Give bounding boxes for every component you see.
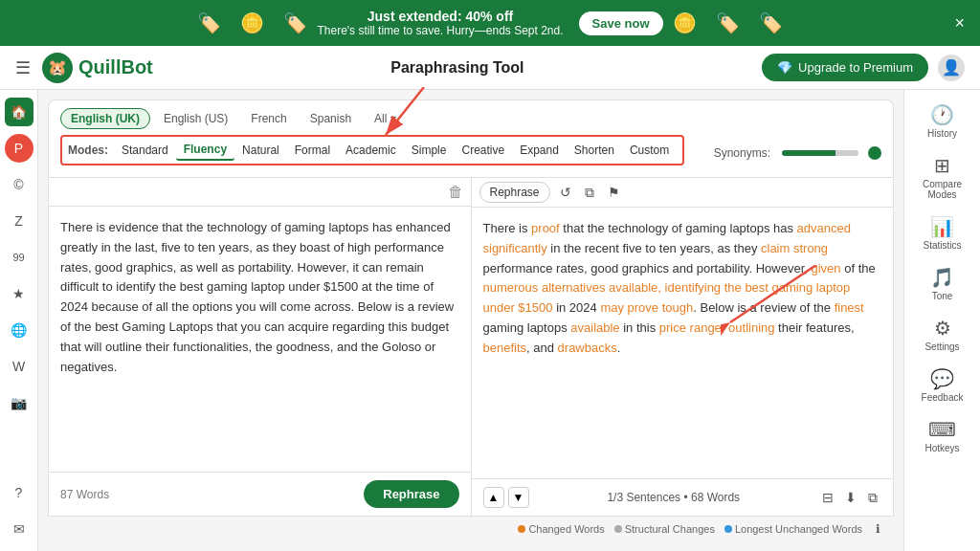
compare-modes-label: Compare Modes bbox=[912, 179, 973, 200]
legend-structural-label: Structural Changes bbox=[625, 523, 715, 535]
right-tool-feedback[interactable]: 💬 Feedback bbox=[908, 362, 977, 408]
menu-icon[interactable]: ☰ bbox=[15, 57, 31, 78]
mode-fluency[interactable]: Fluency bbox=[176, 140, 234, 161]
banner-tag-right2: 🏷️ bbox=[759, 11, 783, 34]
sidebar-help[interactable]: ? bbox=[5, 478, 33, 507]
synonyms-slider[interactable] bbox=[782, 150, 858, 156]
undo-icon[interactable]: ↺ bbox=[556, 183, 575, 202]
rephrase-button[interactable]: Rephrase bbox=[364, 480, 458, 508]
page-title: Paraphrasing Tool bbox=[153, 59, 762, 77]
output-text-n12: . bbox=[617, 341, 621, 355]
output-price: price range, outlining bbox=[659, 320, 775, 335]
logo-text: QuillBot bbox=[78, 56, 153, 78]
banner-icon-left: 🏷️ bbox=[197, 11, 221, 34]
user-avatar[interactable]: 👤 bbox=[938, 55, 965, 81]
legend-unchanged-label: Longest Unchanged Words bbox=[735, 523, 862, 535]
legend-structural: Structural Changes bbox=[614, 523, 715, 535]
legend-info-button[interactable]: ℹ bbox=[872, 520, 884, 538]
sidebar-camera[interactable]: 📷 bbox=[5, 388, 33, 417]
synonyms-section: Synonyms: bbox=[714, 146, 881, 160]
right-tool-compare[interactable]: ⊞ Compare Modes bbox=[908, 148, 977, 206]
tone-icon: 🎵 bbox=[930, 266, 954, 289]
output-text-n9: in this bbox=[620, 320, 659, 335]
history-icon: 🕐 bbox=[930, 103, 954, 126]
lang-tab-spanish[interactable]: Spanish bbox=[301, 109, 361, 128]
mode-shorten[interactable]: Shorten bbox=[567, 141, 622, 160]
left-sidebar: 🏠 P © Z 99 ★ 🌐 W 📷 ? ✉ bbox=[0, 90, 38, 551]
mode-custom[interactable]: Custom bbox=[622, 141, 677, 160]
app-logo[interactable]: 🐹 QuillBot bbox=[42, 53, 153, 83]
right-tool-history[interactable]: 🕐 History bbox=[908, 98, 977, 144]
sidebar-99[interactable]: 99 bbox=[5, 243, 33, 272]
nav-prev-button[interactable]: ▲ bbox=[483, 487, 504, 508]
synonyms-slider-container[interactable] bbox=[776, 146, 881, 160]
statistics-label: Statistics bbox=[923, 240, 961, 251]
compare-icon[interactable]: ⊟ bbox=[818, 488, 837, 508]
right-tool-hotkeys[interactable]: ⌨ Hotkeys bbox=[908, 412, 977, 459]
download-icon[interactable]: ⬇ bbox=[841, 488, 860, 508]
mode-formal[interactable]: Formal bbox=[287, 141, 338, 160]
sidebar-grammar[interactable]: © bbox=[5, 170, 33, 199]
banner-coin-left: 🪙 bbox=[240, 11, 264, 34]
sidebar-word[interactable]: W bbox=[5, 352, 33, 381]
logo-icon: 🐹 bbox=[42, 53, 73, 83]
hotkeys-icon: ⌨ bbox=[928, 418, 956, 441]
legend-changed: Changed Words bbox=[518, 523, 604, 535]
output-proof: proof bbox=[531, 221, 560, 235]
lang-tab-uk[interactable]: English (UK) bbox=[60, 108, 150, 129]
input-text[interactable]: There is evidence that the technology of… bbox=[49, 207, 471, 472]
output-text-n3: in the recent five to ten years, as they bbox=[547, 241, 761, 255]
output-benefits: benefits bbox=[483, 341, 527, 355]
svg-line-1 bbox=[386, 87, 424, 135]
output-text-n2: that the technology of gaming laptops ha… bbox=[560, 221, 797, 235]
main-container: 🏠 P © Z 99 ★ 🌐 W 📷 ? ✉ English (UK) Engl… bbox=[0, 90, 980, 551]
output-rephrase-button[interactable]: Rephrase bbox=[479, 182, 550, 203]
legend-unchanged-dot bbox=[724, 525, 732, 533]
right-tool-tone[interactable]: 🎵 Tone bbox=[908, 260, 977, 307]
flag-icon[interactable]: ⚑ bbox=[604, 183, 624, 202]
editor-panels: 🗑 There is evidence that the technology … bbox=[48, 177, 894, 517]
output-available: available bbox=[570, 320, 619, 335]
modes-label: Modes: bbox=[68, 143, 108, 157]
input-panel: 🗑 There is evidence that the technology … bbox=[48, 177, 471, 517]
output-text-n6: in 2024 bbox=[553, 300, 601, 315]
mode-standard[interactable]: Standard bbox=[114, 141, 176, 160]
banner-text: Just extended: 40% off There's still tim… bbox=[317, 9, 563, 37]
mode-expand[interactable]: Expand bbox=[512, 141, 567, 160]
save-now-button[interactable]: Save now bbox=[579, 11, 663, 35]
output-text-normal: There is bbox=[483, 221, 532, 235]
lang-tab-french[interactable]: French bbox=[241, 109, 296, 128]
output-footer: ▲ ▼ 1/3 Sentences • 68 Words ⊟ ⬇ ⧉ bbox=[472, 478, 894, 516]
output-text-n5: of the bbox=[841, 261, 876, 276]
copy-icon[interactable]: ⧉ bbox=[581, 183, 598, 203]
trash-icon[interactable]: 🗑 bbox=[448, 184, 463, 201]
nav-next-button[interactable]: ▼ bbox=[508, 487, 529, 508]
mode-natural[interactable]: Natural bbox=[234, 141, 287, 160]
nav-info: 1/3 Sentences • 68 Words bbox=[607, 491, 740, 504]
app-header: ☰ 🐹 QuillBot Paraphrasing Tool 💎 Upgrade… bbox=[0, 46, 980, 90]
output-drawbacks: drawbacks bbox=[558, 341, 617, 355]
input-toolbar: 🗑 bbox=[49, 178, 471, 207]
sidebar-mail[interactable]: ✉ bbox=[5, 515, 33, 543]
diamond-icon: 💎 bbox=[777, 60, 792, 75]
arrow-annotation bbox=[367, 87, 443, 144]
sidebar-chrome[interactable]: 🌐 bbox=[5, 316, 33, 344]
banner-promo-main: Just extended: 40% off bbox=[317, 9, 563, 24]
promo-banner: 🏷️ 🪙 🏷️ Just extended: 40% off There's s… bbox=[0, 0, 980, 46]
sidebar-star[interactable]: ★ bbox=[5, 279, 33, 308]
right-tool-statistics[interactable]: 📊 Statistics bbox=[908, 209, 977, 256]
sidebar-paraphrase[interactable]: P bbox=[5, 134, 33, 163]
mode-creative[interactable]: Creative bbox=[454, 141, 512, 160]
copy-output-icon[interactable]: ⧉ bbox=[864, 488, 881, 508]
lang-tab-us[interactable]: English (US) bbox=[154, 109, 237, 128]
output-text-n8: gaming laptops bbox=[483, 320, 571, 335]
right-tool-settings[interactable]: ⚙ Settings bbox=[908, 311, 977, 358]
sidebar-z[interactable]: Z bbox=[5, 207, 33, 235]
bottom-legend: Changed Words Structural Changes Longest… bbox=[48, 517, 894, 541]
upgrade-button[interactable]: 💎 Upgrade to Premium bbox=[762, 54, 928, 81]
sidebar-home[interactable]: 🏠 bbox=[5, 98, 33, 126]
output-toolbar: Rephrase ↺ ⧉ ⚑ bbox=[472, 178, 894, 208]
history-label: History bbox=[927, 128, 957, 139]
banner-close-button[interactable]: × bbox=[954, 13, 965, 33]
legend-unchanged: Longest Unchanged Words bbox=[724, 523, 862, 535]
